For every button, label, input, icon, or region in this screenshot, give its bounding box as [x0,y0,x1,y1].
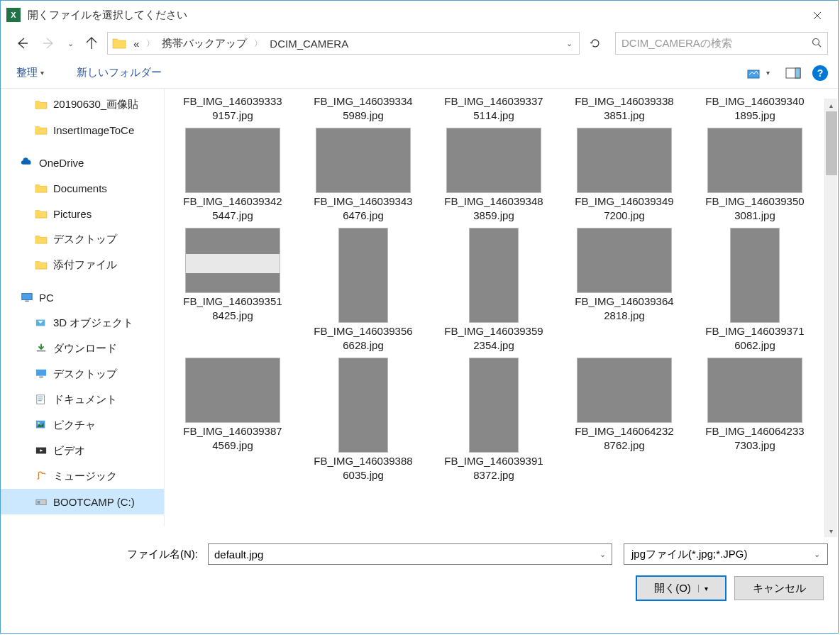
chevron-down-icon: ▾ [698,585,708,592]
sidebar-item[interactable]: Pictures [1,201,164,226]
sidebar-item[interactable]: ピクチャ [1,412,164,438]
sidebar-item[interactable]: 20190630_画像貼 [1,92,164,117]
preview-pane-button[interactable] [781,63,805,83]
file-item[interactable]: FB_IMG_1460393503081.jpg [698,128,812,222]
sidebar-item[interactable]: 添付ファイル [1,252,164,277]
back-button[interactable] [11,32,33,55]
thumbnail-image [730,228,780,323]
file-item[interactable]: FB_IMG_1460393518425.jpg [176,228,289,352]
filename-input[interactable]: default.jpg ⌄ [208,543,612,565]
sidebar-item[interactable]: InsertImageToCe [1,117,164,143]
file-item[interactable]: FB_IMG_1460393383851.jpg [568,94,681,122]
sidebar-item[interactable]: ダウンロード [1,336,164,361]
thumbnail-image [338,228,388,323]
close-icon [813,11,822,20]
view-mode-button[interactable]: ▾ [743,63,774,83]
svg-point-0 [813,38,819,45]
search-placeholder: DCIM_CAMERAの検索 [621,37,732,50]
file-item[interactable]: FB_IMG_1460393401895.jpg [698,94,812,122]
toolbar: 整理▾ 新しいフォルダー ▾ ? [1,57,838,89]
scroll-up-icon[interactable]: ▴ [825,99,837,111]
chevron-down-icon[interactable]: ⌄ [814,550,820,559]
scroll-thumb[interactable] [826,111,837,175]
file-name: FB_IMG_1460393592354.jpg [437,324,551,352]
sidebar-item[interactable]: デスクトップ [1,361,164,387]
sidebar-item[interactable]: BOOTCAMP (C:) [1,489,164,514]
file-item[interactable]: FB_IMG_1460393375114.jpg [437,94,551,122]
sidebar-onedrive[interactable]: OneDrive [1,150,164,175]
up-button[interactable] [80,32,103,55]
sidebar-pc[interactable]: PC [1,285,164,310]
thumbnail-image [469,358,519,453]
file-item[interactable]: FB_IMG_1460393345989.jpg [306,94,420,122]
file-item[interactable]: FB_IMG_1460393497200.jpg [568,128,681,222]
preview-pane-icon [785,67,801,79]
thumbnail-image [338,358,388,453]
app-icon: X [6,8,21,22]
organize-menu[interactable]: 整理▾ [11,63,50,82]
breadcrumb-part-1[interactable]: DCIM_CAMERA [270,38,348,50]
sidebar-item[interactable]: デスクトップ [1,226,164,252]
file-item[interactable]: FB_IMG_1460393716062.jpg [698,228,812,352]
file-item[interactable]: FB_IMG_1460393886035.jpg [306,358,420,482]
file-item[interactable]: FB_IMG_1460393874569.jpg [176,358,289,482]
file-item[interactable]: FB_IMG_1460393436476.jpg [306,128,420,222]
help-button[interactable]: ? [812,65,828,81]
svg-rect-5 [25,301,28,302]
open-button[interactable]: 開く(O)▾ [636,576,726,600]
forward-button[interactable] [38,32,60,55]
file-item[interactable]: FB_IMG_1460393483859.jpg [437,128,551,222]
refresh-button[interactable] [584,32,607,55]
chevron-right-icon: 〉 [139,38,162,50]
file-item[interactable]: FB_IMG_1460393642818.jpg [568,228,681,352]
file-item[interactable]: FB_IMG_1460393425447.jpg [176,128,289,222]
chevron-right-icon: 〉 [247,38,270,50]
svg-rect-3 [795,68,800,78]
sidebar-item[interactable]: ビデオ [1,438,164,463]
file-name: FB_IMG_1460642337303.jpg [698,424,812,452]
file-name: FB_IMG_1460393483859.jpg [437,194,551,222]
sidebar-item[interactable]: Documents [1,175,164,201]
file-item[interactable]: FB_IMG_1460393566628.jpg [306,228,420,352]
file-name: FB_IMG_1460393425447.jpg [176,194,289,222]
thumbnail-image [446,128,541,193]
sidebar-item[interactable]: 3D オブジェクト [1,310,164,336]
breadcrumb-dropdown[interactable]: ⌄ [563,39,575,48]
search-icon [812,38,822,50]
file-type-filter[interactable]: jpgファイル(*.jpg;*.JPG) ⌄ [624,543,828,565]
file-item[interactable]: FB_IMG_1460393592354.jpg [437,228,551,352]
thumbnail-image [577,228,672,293]
breadcrumb-overflow: « [133,38,139,50]
cancel-button[interactable]: キャンセル [734,576,824,600]
close-button[interactable] [801,5,834,26]
file-grid: FB_IMG_1460393339157.jpgFB_IMG_146039334… [164,89,838,526]
file-name: FB_IMG_1460393436476.jpg [306,194,420,222]
breadcrumb-part-0[interactable]: 携帯バックアップ [162,37,247,50]
scrollbar[interactable]: ▴ ▾ [824,99,837,537]
file-item[interactable]: FB_IMG_1460393339157.jpg [176,94,289,122]
file-item[interactable]: FB_IMG_1460642337303.jpg [698,358,812,482]
breadcrumb[interactable]: « 〉 携帯バックアップ 〉 DCIM_CAMERA ⌄ [107,32,580,55]
scroll-down-icon[interactable]: ▾ [825,524,837,537]
chevron-down-icon[interactable]: ⌄ [599,550,606,559]
svg-rect-10 [37,395,45,404]
sidebar-item[interactable]: ドキュメント [1,387,164,412]
new-folder-button[interactable]: 新しいフォルダー [71,63,167,82]
thumbnail-image [185,228,280,293]
svg-rect-9 [39,377,43,378]
arrow-right-icon [43,37,55,50]
file-item[interactable]: FB_IMG_1460642328762.jpg [568,358,681,482]
svg-rect-4 [22,294,32,300]
file-name: FB_IMG_1460393375114.jpg [437,94,551,122]
search-input[interactable]: DCIM_CAMERAの検索 [615,32,828,55]
file-name: FB_IMG_1460393642818.jpg [568,294,681,322]
thumbnail-image [577,128,672,193]
file-item[interactable]: FB_IMG_1460393918372.jpg [437,358,551,482]
file-name: FB_IMG_1460393401895.jpg [698,94,812,122]
svg-rect-15 [38,501,40,504]
recent-dropdown[interactable]: ⌄ [65,39,76,48]
file-name: FB_IMG_1460393874569.jpg [176,424,289,452]
sidebar-item[interactable]: ミュージック [1,463,164,489]
title-bar: X 開くファイルを選択してください [1,1,838,29]
file-name: FB_IMG_1460393518425.jpg [176,294,289,322]
